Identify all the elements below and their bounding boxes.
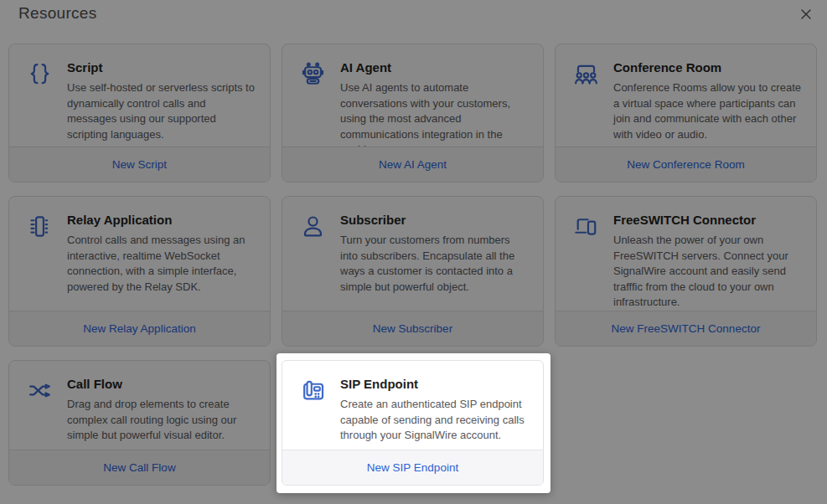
spotlight: SIP Endpoint Create an authenticated SIP…	[277, 353, 550, 493]
card-body: SIP Endpoint Create an authenticated SIP…	[282, 361, 543, 450]
card-description: Create an authenticated SIP endpoint cap…	[340, 397, 535, 444]
resource-card-sip-endpoint: SIP Endpoint Create an authenticated SIP…	[282, 360, 544, 486]
sip-endpoint-icon	[300, 375, 327, 450]
card-footer: New SIP Endpoint	[282, 450, 543, 485]
card-title: SIP Endpoint	[340, 377, 535, 391]
new-sip-endpoint-button[interactable]: New SIP Endpoint	[367, 461, 458, 474]
